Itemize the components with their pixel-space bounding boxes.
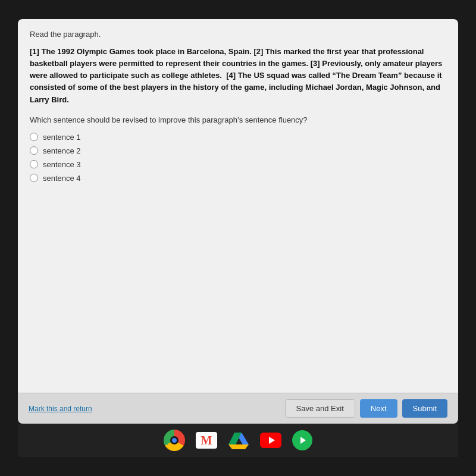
gmail-icon[interactable]: M [196, 432, 217, 449]
option-2-label: sentence 2 [43, 146, 81, 155]
answer-options: sentence 1 sentence 2 sentence 3 sentenc… [30, 133, 446, 183]
radio-4[interactable] [30, 174, 38, 182]
mark-and-return-link[interactable]: Mark this and return [29, 405, 92, 413]
svg-marker-3 [228, 444, 249, 449]
submit-button[interactable]: Submit [402, 399, 447, 418]
instruction-label: Read the paragraph. [30, 30, 446, 39]
radio-3[interactable] [30, 160, 38, 168]
option-4[interactable]: sentence 4 [30, 174, 446, 183]
svg-marker-5 [300, 437, 306, 444]
option-3-label: sentence 3 [43, 160, 81, 169]
taskbar: M [18, 424, 458, 457]
option-3[interactable]: sentence 3 [30, 160, 446, 169]
youtube-icon[interactable] [260, 433, 281, 448]
paragraph-text: [1] The 1992 Olympic Games took place in… [30, 46, 446, 106]
option-1-label: sentence 1 [43, 133, 81, 142]
chrome-icon[interactable] [164, 430, 185, 451]
option-4-label: sentence 4 [43, 174, 81, 183]
next-button[interactable]: Next [360, 399, 397, 418]
play-circle-icon[interactable] [292, 430, 312, 450]
save-exit-button[interactable]: Save and Exit [285, 399, 355, 418]
drive-icon[interactable] [228, 432, 249, 449]
content-area: Read the paragraph. [1] The 1992 Olympic… [18, 19, 458, 393]
main-screen: Read the paragraph. [1] The 1992 Olympic… [18, 19, 458, 424]
question-text: Which sentence should be revised to impr… [30, 115, 446, 124]
option-2[interactable]: sentence 2 [30, 146, 446, 155]
footer-buttons: Save and Exit Next Submit [285, 399, 447, 418]
option-1[interactable]: sentence 1 [30, 133, 446, 142]
radio-1[interactable] [30, 133, 38, 141]
footer-bar: Mark this and return Save and Exit Next … [18, 393, 458, 424]
svg-marker-4 [269, 437, 275, 444]
radio-2[interactable] [30, 146, 38, 155]
